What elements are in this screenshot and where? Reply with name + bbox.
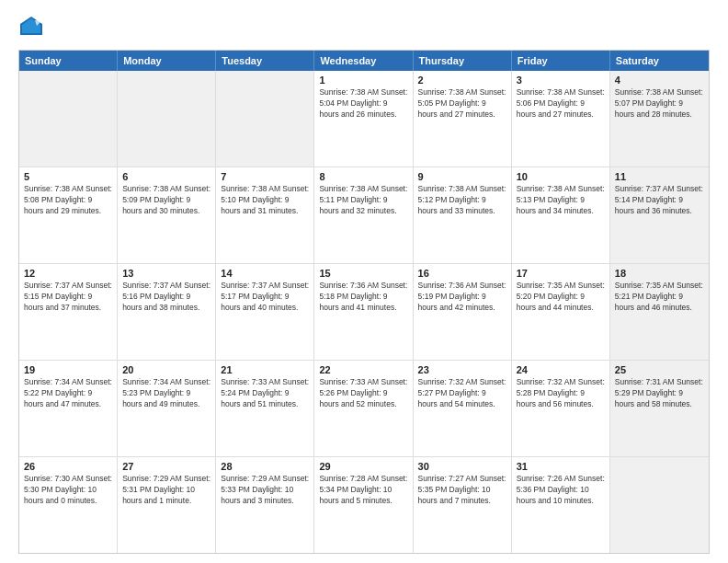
day-cell-2: 2Sunrise: 7:38 AM Sunset: 5:05 PM Daylig…: [414, 71, 512, 167]
day-info: Sunrise: 7:27 AM Sunset: 5:35 PM Dayligh…: [418, 474, 506, 507]
day-info: Sunrise: 7:29 AM Sunset: 5:31 PM Dayligh…: [122, 474, 210, 507]
day-cell-3: 3Sunrise: 7:38 AM Sunset: 5:06 PM Daylig…: [512, 71, 610, 167]
day-number: 1: [319, 75, 407, 86]
day-info: Sunrise: 7:36 AM Sunset: 5:19 PM Dayligh…: [418, 281, 506, 314]
day-number: 19: [24, 364, 112, 375]
day-number: 2: [418, 75, 506, 86]
day-number: 24: [517, 364, 605, 375]
day-cell-20: 20Sunrise: 7:34 AM Sunset: 5:23 PM Dayli…: [118, 361, 216, 456]
day-cell-24: 24Sunrise: 7:32 AM Sunset: 5:28 PM Dayli…: [512, 361, 610, 456]
week-row-0: 1Sunrise: 7:38 AM Sunset: 5:04 PM Daylig…: [19, 71, 709, 167]
header-day-sunday: Sunday: [19, 51, 118, 71]
header-day-thursday: Thursday: [414, 51, 512, 71]
day-number: 16: [418, 268, 506, 279]
day-info: Sunrise: 7:33 AM Sunset: 5:26 PM Dayligh…: [319, 377, 407, 410]
day-number: 15: [319, 268, 407, 279]
day-info: Sunrise: 7:26 AM Sunset: 5:36 PM Dayligh…: [517, 474, 605, 507]
day-info: Sunrise: 7:38 AM Sunset: 5:08 PM Dayligh…: [24, 184, 112, 217]
day-number: 9: [418, 171, 506, 182]
header-day-monday: Monday: [118, 51, 216, 71]
day-number: 11: [615, 171, 704, 182]
page: SundayMondayTuesdayWednesdayThursdayFrid…: [0, 0, 728, 563]
day-number: 3: [517, 75, 605, 86]
day-info: Sunrise: 7:38 AM Sunset: 5:09 PM Dayligh…: [122, 184, 210, 217]
day-number: 6: [122, 171, 210, 182]
day-info: Sunrise: 7:38 AM Sunset: 5:04 PM Dayligh…: [319, 87, 407, 121]
day-number: 18: [615, 268, 704, 279]
day-info: Sunrise: 7:31 AM Sunset: 5:29 PM Dayligh…: [615, 377, 704, 410]
day-info: Sunrise: 7:38 AM Sunset: 5:06 PM Dayligh…: [517, 87, 605, 121]
day-cell-8: 8Sunrise: 7:38 AM Sunset: 5:11 PM Daylig…: [314, 167, 413, 263]
day-info: Sunrise: 7:35 AM Sunset: 5:21 PM Dayligh…: [615, 281, 704, 314]
day-info: Sunrise: 7:37 AM Sunset: 5:16 PM Dayligh…: [122, 281, 210, 314]
empty-cell: [610, 457, 709, 553]
calendar-header-row: SundayMondayTuesdayWednesdayThursdayFrid…: [19, 51, 709, 71]
day-cell-6: 6Sunrise: 7:38 AM Sunset: 5:09 PM Daylig…: [118, 167, 216, 263]
day-number: 22: [319, 364, 407, 375]
day-number: 14: [221, 268, 309, 279]
day-cell-31: 31Sunrise: 7:26 AM Sunset: 5:36 PM Dayli…: [512, 457, 610, 553]
day-info: Sunrise: 7:35 AM Sunset: 5:20 PM Dayligh…: [517, 281, 605, 314]
day-number: 30: [418, 461, 506, 472]
day-number: 8: [319, 171, 407, 182]
day-info: Sunrise: 7:32 AM Sunset: 5:27 PM Dayligh…: [418, 377, 506, 410]
empty-cell: [19, 71, 118, 167]
calendar: SundayMondayTuesdayWednesdayThursdayFrid…: [18, 50, 710, 554]
day-number: 12: [24, 268, 112, 279]
day-cell-4: 4Sunrise: 7:38 AM Sunset: 5:07 PM Daylig…: [610, 71, 709, 167]
day-cell-22: 22Sunrise: 7:33 AM Sunset: 5:26 PM Dayli…: [314, 361, 413, 456]
logo-icon: [18, 15, 44, 40]
calendar-body: 1Sunrise: 7:38 AM Sunset: 5:04 PM Daylig…: [19, 71, 709, 553]
day-info: Sunrise: 7:32 AM Sunset: 5:28 PM Dayligh…: [517, 377, 605, 410]
day-info: Sunrise: 7:28 AM Sunset: 5:34 PM Dayligh…: [319, 474, 407, 507]
day-number: 13: [122, 268, 210, 279]
day-number: 29: [319, 461, 407, 472]
day-cell-30: 30Sunrise: 7:27 AM Sunset: 5:35 PM Dayli…: [414, 457, 512, 553]
header-day-wednesday: Wednesday: [314, 51, 413, 71]
week-row-3: 19Sunrise: 7:34 AM Sunset: 5:22 PM Dayli…: [19, 360, 709, 456]
day-cell-7: 7Sunrise: 7:38 AM Sunset: 5:10 PM Daylig…: [216, 167, 314, 263]
day-number: 28: [221, 461, 309, 472]
day-number: 7: [221, 171, 309, 182]
empty-cell: [118, 71, 216, 167]
day-cell-9: 9Sunrise: 7:38 AM Sunset: 5:12 PM Daylig…: [414, 167, 512, 263]
day-number: 25: [615, 364, 704, 375]
day-info: Sunrise: 7:38 AM Sunset: 5:07 PM Dayligh…: [615, 87, 704, 121]
day-cell-26: 26Sunrise: 7:30 AM Sunset: 5:30 PM Dayli…: [19, 457, 118, 553]
day-number: 26: [24, 461, 112, 472]
day-info: Sunrise: 7:38 AM Sunset: 5:11 PM Dayligh…: [319, 184, 407, 217]
day-number: 23: [418, 364, 506, 375]
day-info: Sunrise: 7:30 AM Sunset: 5:30 PM Dayligh…: [24, 474, 112, 507]
day-number: 27: [122, 461, 210, 472]
day-cell-25: 25Sunrise: 7:31 AM Sunset: 5:29 PM Dayli…: [610, 361, 709, 456]
day-info: Sunrise: 7:37 AM Sunset: 5:14 PM Dayligh…: [615, 184, 704, 217]
header: [18, 15, 710, 40]
day-cell-21: 21Sunrise: 7:33 AM Sunset: 5:24 PM Dayli…: [216, 361, 314, 456]
day-cell-28: 28Sunrise: 7:29 AM Sunset: 5:33 PM Dayli…: [216, 457, 314, 553]
day-info: Sunrise: 7:38 AM Sunset: 5:12 PM Dayligh…: [418, 184, 506, 217]
day-info: Sunrise: 7:38 AM Sunset: 5:13 PM Dayligh…: [517, 184, 605, 217]
week-row-2: 12Sunrise: 7:37 AM Sunset: 5:15 PM Dayli…: [19, 263, 709, 360]
day-cell-11: 11Sunrise: 7:37 AM Sunset: 5:14 PM Dayli…: [610, 167, 709, 263]
day-number: 5: [24, 171, 112, 182]
day-number: 17: [517, 268, 605, 279]
day-number: 21: [221, 364, 309, 375]
day-info: Sunrise: 7:37 AM Sunset: 5:15 PM Dayligh…: [24, 281, 112, 314]
day-cell-13: 13Sunrise: 7:37 AM Sunset: 5:16 PM Dayli…: [118, 264, 216, 360]
day-cell-1: 1Sunrise: 7:38 AM Sunset: 5:04 PM Daylig…: [314, 71, 413, 167]
day-number: 31: [517, 461, 605, 472]
day-cell-18: 18Sunrise: 7:35 AM Sunset: 5:21 PM Dayli…: [610, 264, 709, 360]
empty-cell: [216, 71, 314, 167]
day-info: Sunrise: 7:36 AM Sunset: 5:18 PM Dayligh…: [319, 281, 407, 314]
day-cell-14: 14Sunrise: 7:37 AM Sunset: 5:17 PM Dayli…: [216, 264, 314, 360]
day-number: 4: [615, 75, 704, 86]
day-info: Sunrise: 7:38 AM Sunset: 5:10 PM Dayligh…: [221, 184, 309, 217]
day-cell-10: 10Sunrise: 7:38 AM Sunset: 5:13 PM Dayli…: [512, 167, 610, 263]
day-cell-16: 16Sunrise: 7:36 AM Sunset: 5:19 PM Dayli…: [414, 264, 512, 360]
day-info: Sunrise: 7:37 AM Sunset: 5:17 PM Dayligh…: [221, 281, 309, 314]
day-cell-23: 23Sunrise: 7:32 AM Sunset: 5:27 PM Dayli…: [414, 361, 512, 456]
day-cell-5: 5Sunrise: 7:38 AM Sunset: 5:08 PM Daylig…: [19, 167, 118, 263]
day-cell-19: 19Sunrise: 7:34 AM Sunset: 5:22 PM Dayli…: [19, 361, 118, 456]
header-day-friday: Friday: [512, 51, 610, 71]
week-row-1: 5Sunrise: 7:38 AM Sunset: 5:08 PM Daylig…: [19, 167, 709, 263]
